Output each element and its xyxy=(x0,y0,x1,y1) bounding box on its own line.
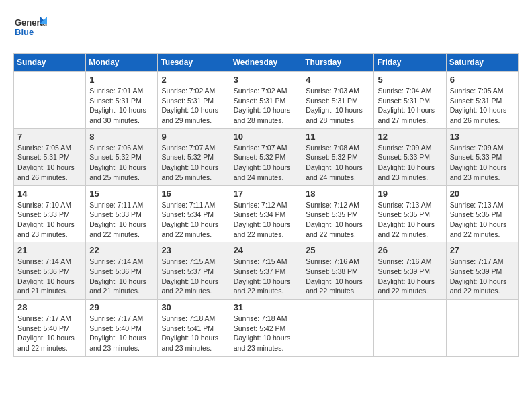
calendar-cell xyxy=(14,72,86,129)
calendar-cell: 7Sunrise: 7:05 AM Sunset: 5:31 PM Daylig… xyxy=(14,128,86,185)
day-number: 8 xyxy=(89,132,154,142)
day-number: 2 xyxy=(161,75,226,85)
day-info: Sunrise: 7:07 AM Sunset: 5:32 PM Dayligh… xyxy=(161,143,226,183)
day-info: Sunrise: 7:03 AM Sunset: 5:31 PM Dayligh… xyxy=(306,86,370,126)
day-number: 27 xyxy=(450,245,515,255)
day-info: Sunrise: 7:04 AM Sunset: 5:31 PM Dayligh… xyxy=(378,86,442,126)
day-number: 26 xyxy=(378,245,442,255)
day-number: 7 xyxy=(17,132,82,142)
day-number: 23 xyxy=(161,245,226,255)
calendar-cell: 23Sunrise: 7:15 AM Sunset: 5:37 PM Dayli… xyxy=(158,242,230,300)
day-info: Sunrise: 7:05 AM Sunset: 5:31 PM Dayligh… xyxy=(17,143,82,183)
calendar-week-row: 1Sunrise: 7:01 AM Sunset: 5:31 PM Daylig… xyxy=(14,72,519,129)
calendar-cell: 18Sunrise: 7:12 AM Sunset: 5:35 PM Dayli… xyxy=(302,185,374,242)
day-info: Sunrise: 7:12 AM Sunset: 5:35 PM Dayligh… xyxy=(306,200,370,240)
calendar-cell: 14Sunrise: 7:10 AM Sunset: 5:33 PM Dayli… xyxy=(14,185,86,242)
day-info: Sunrise: 7:08 AM Sunset: 5:32 PM Dayligh… xyxy=(306,143,370,183)
day-info: Sunrise: 7:14 AM Sunset: 5:36 PM Dayligh… xyxy=(89,257,154,296)
calendar-cell: 11Sunrise: 7:08 AM Sunset: 5:32 PM Dayli… xyxy=(302,128,374,185)
calendar-cell: 13Sunrise: 7:09 AM Sunset: 5:33 PM Dayli… xyxy=(446,128,518,185)
day-number: 25 xyxy=(306,245,370,255)
calendar-cell: 17Sunrise: 7:12 AM Sunset: 5:34 PM Dayli… xyxy=(230,185,302,242)
calendar-cell: 4Sunrise: 7:03 AM Sunset: 5:31 PM Daylig… xyxy=(302,72,374,129)
day-info: Sunrise: 7:17 AM Sunset: 5:40 PM Dayligh… xyxy=(89,314,154,353)
day-info: Sunrise: 7:11 AM Sunset: 5:34 PM Dayligh… xyxy=(161,200,226,240)
day-info: Sunrise: 7:18 AM Sunset: 5:42 PM Dayligh… xyxy=(234,314,299,353)
day-number: 28 xyxy=(17,302,82,312)
day-info: Sunrise: 7:14 AM Sunset: 5:36 PM Dayligh… xyxy=(17,257,82,296)
day-number: 9 xyxy=(161,132,226,142)
calendar-cell: 10Sunrise: 7:07 AM Sunset: 5:32 PM Dayli… xyxy=(230,128,302,185)
calendar-cell: 30Sunrise: 7:18 AM Sunset: 5:41 PM Dayli… xyxy=(158,300,230,357)
calendar-cell xyxy=(302,300,374,357)
day-info: Sunrise: 7:05 AM Sunset: 5:31 PM Dayligh… xyxy=(450,86,515,126)
day-number: 21 xyxy=(17,245,82,255)
day-number: 17 xyxy=(234,189,299,199)
calendar-cell: 9Sunrise: 7:07 AM Sunset: 5:32 PM Daylig… xyxy=(158,128,230,185)
day-number: 15 xyxy=(89,189,154,199)
calendar-cell: 8Sunrise: 7:06 AM Sunset: 5:32 PM Daylig… xyxy=(86,128,158,185)
day-info: Sunrise: 7:13 AM Sunset: 5:35 PM Dayligh… xyxy=(450,200,515,240)
calendar-cell: 1Sunrise: 7:01 AM Sunset: 5:31 PM Daylig… xyxy=(86,72,158,129)
calendar-cell: 16Sunrise: 7:11 AM Sunset: 5:34 PM Dayli… xyxy=(158,185,230,242)
day-info: Sunrise: 7:13 AM Sunset: 5:35 PM Dayligh… xyxy=(378,200,442,240)
logo: General Blue xyxy=(13,13,47,46)
day-number: 13 xyxy=(450,132,515,142)
day-number: 5 xyxy=(378,75,442,85)
calendar-week-row: 21Sunrise: 7:14 AM Sunset: 5:36 PM Dayli… xyxy=(14,242,519,300)
calendar-cell: 12Sunrise: 7:09 AM Sunset: 5:33 PM Dayli… xyxy=(374,128,446,185)
day-info: Sunrise: 7:16 AM Sunset: 5:39 PM Dayligh… xyxy=(378,257,442,296)
day-info: Sunrise: 7:02 AM Sunset: 5:31 PM Dayligh… xyxy=(234,86,299,126)
calendar-cell: 22Sunrise: 7:14 AM Sunset: 5:36 PM Dayli… xyxy=(86,242,158,300)
day-info: Sunrise: 7:12 AM Sunset: 5:34 PM Dayligh… xyxy=(234,200,299,240)
day-info: Sunrise: 7:18 AM Sunset: 5:41 PM Dayligh… xyxy=(161,314,226,353)
page-header: General Blue xyxy=(13,13,519,46)
calendar-cell: 29Sunrise: 7:17 AM Sunset: 5:40 PM Dayli… xyxy=(86,300,158,357)
day-info: Sunrise: 7:10 AM Sunset: 5:33 PM Dayligh… xyxy=(17,200,82,240)
day-number: 6 xyxy=(450,75,515,85)
calendar-cell: 26Sunrise: 7:16 AM Sunset: 5:39 PM Dayli… xyxy=(374,242,446,300)
calendar-week-row: 28Sunrise: 7:17 AM Sunset: 5:40 PM Dayli… xyxy=(14,300,519,357)
calendar-header-sunday: Sunday xyxy=(14,54,86,72)
calendar-header-tuesday: Tuesday xyxy=(158,54,230,72)
calendar-cell: 5Sunrise: 7:04 AM Sunset: 5:31 PM Daylig… xyxy=(374,72,446,129)
day-info: Sunrise: 7:11 AM Sunset: 5:33 PM Dayligh… xyxy=(89,200,154,240)
logo-icon: General Blue xyxy=(13,13,47,44)
day-number: 20 xyxy=(450,189,515,199)
calendar-cell: 19Sunrise: 7:13 AM Sunset: 5:35 PM Dayli… xyxy=(374,185,446,242)
day-info: Sunrise: 7:17 AM Sunset: 5:39 PM Dayligh… xyxy=(450,257,515,296)
calendar: SundayMondayTuesdayWednesdayThursdayFrid… xyxy=(13,53,519,357)
calendar-header-monday: Monday xyxy=(86,54,158,72)
day-info: Sunrise: 7:09 AM Sunset: 5:33 PM Dayligh… xyxy=(450,143,515,183)
day-info: Sunrise: 7:07 AM Sunset: 5:32 PM Dayligh… xyxy=(234,143,299,183)
day-number: 3 xyxy=(234,75,299,85)
day-number: 11 xyxy=(306,132,370,142)
calendar-cell: 20Sunrise: 7:13 AM Sunset: 5:35 PM Dayli… xyxy=(446,185,518,242)
day-number: 4 xyxy=(306,75,370,85)
day-info: Sunrise: 7:17 AM Sunset: 5:40 PM Dayligh… xyxy=(17,314,82,353)
calendar-cell: 27Sunrise: 7:17 AM Sunset: 5:39 PM Dayli… xyxy=(446,242,518,300)
calendar-cell: 21Sunrise: 7:14 AM Sunset: 5:36 PM Dayli… xyxy=(14,242,86,300)
day-number: 19 xyxy=(378,189,442,199)
calendar-cell: 25Sunrise: 7:16 AM Sunset: 5:38 PM Dayli… xyxy=(302,242,374,300)
day-info: Sunrise: 7:06 AM Sunset: 5:32 PM Dayligh… xyxy=(89,143,154,183)
day-info: Sunrise: 7:01 AM Sunset: 5:31 PM Dayligh… xyxy=(89,86,154,126)
day-info: Sunrise: 7:15 AM Sunset: 5:37 PM Dayligh… xyxy=(234,257,299,296)
calendar-cell: 2Sunrise: 7:02 AM Sunset: 5:31 PM Daylig… xyxy=(158,72,230,129)
calendar-header-wednesday: Wednesday xyxy=(230,54,302,72)
calendar-cell: 3Sunrise: 7:02 AM Sunset: 5:31 PM Daylig… xyxy=(230,72,302,129)
calendar-header-saturday: Saturday xyxy=(446,54,518,72)
calendar-cell: 24Sunrise: 7:15 AM Sunset: 5:37 PM Dayli… xyxy=(230,242,302,300)
day-info: Sunrise: 7:09 AM Sunset: 5:33 PM Dayligh… xyxy=(378,143,442,183)
day-number: 1 xyxy=(89,75,154,85)
day-number: 16 xyxy=(161,189,226,199)
calendar-header-thursday: Thursday xyxy=(302,54,374,72)
calendar-week-row: 14Sunrise: 7:10 AM Sunset: 5:33 PM Dayli… xyxy=(14,185,519,242)
calendar-header-friday: Friday xyxy=(374,54,446,72)
calendar-cell: 28Sunrise: 7:17 AM Sunset: 5:40 PM Dayli… xyxy=(14,300,86,357)
calendar-cell xyxy=(446,300,518,357)
day-number: 31 xyxy=(234,302,299,312)
day-number: 12 xyxy=(378,132,442,142)
calendar-cell: 31Sunrise: 7:18 AM Sunset: 5:42 PM Dayli… xyxy=(230,300,302,357)
day-info: Sunrise: 7:02 AM Sunset: 5:31 PM Dayligh… xyxy=(161,86,226,126)
